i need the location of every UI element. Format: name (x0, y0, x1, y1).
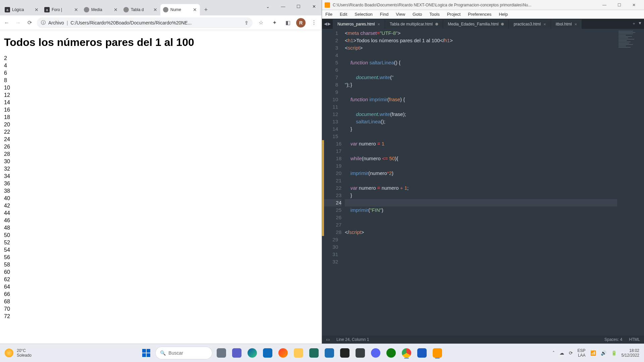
code-line[interactable] (345, 133, 617, 140)
code-line[interactable]: while(numero <= 50){ (345, 155, 617, 162)
start-button[interactable] (140, 347, 153, 359)
tab-close-icon[interactable]: ✕ (34, 7, 39, 12)
minimap[interactable] (617, 29, 644, 336)
explorer-icon[interactable] (292, 347, 305, 359)
reload-button[interactable]: ⟳ (25, 19, 34, 27)
dropdown-button[interactable]: ⌄ (260, 0, 275, 13)
code-line[interactable]: <h1>Todos los números pares del 1 al 100… (345, 37, 617, 44)
tab-close-icon[interactable]: × (377, 22, 380, 27)
menu-item-view[interactable]: View (396, 12, 405, 17)
menu-item-selection[interactable]: Selection (355, 12, 372, 17)
calculator-icon[interactable] (354, 347, 367, 359)
menu-item-file[interactable]: File (325, 12, 332, 17)
code-line[interactable] (345, 177, 617, 184)
code-line[interactable] (345, 103, 617, 111)
browser-tab[interactable]: aLógica✕ (2, 4, 42, 15)
code-line[interactable]: function saltarLinea() { (345, 59, 617, 66)
tray-chevron-icon[interactable]: ˄ (552, 350, 555, 356)
status-syntax[interactable]: HTML (629, 337, 640, 342)
code-area[interactable]: <meta charset="UTF-8"><h1>Todos los núme… (341, 29, 617, 336)
tab-add-icon[interactable]: ＋ (632, 21, 636, 26)
language-indicator[interactable]: ESPLAA (578, 348, 586, 358)
code-line[interactable]: document.write(frase); (345, 111, 617, 118)
menu-item-find[interactable]: Find (380, 12, 388, 17)
task-view-icon[interactable] (215, 347, 228, 359)
clock[interactable]: 18:025/12/2022 (622, 348, 639, 358)
code-line[interactable] (345, 199, 617, 206)
code-line[interactable] (345, 236, 617, 243)
sublime-taskbar-icon[interactable] (431, 347, 444, 359)
menu-item-edit[interactable]: Edit (340, 12, 347, 17)
editor-tab[interactable]: Numeros_pares.html× (333, 19, 385, 29)
maximize-button[interactable]: ☐ (291, 0, 306, 13)
extensions-button[interactable]: ✦ (269, 18, 279, 28)
editor-tab[interactable]: itbol.html× (551, 19, 582, 29)
tab-close-icon[interactable]: ✕ (193, 7, 197, 12)
tab-back-icon[interactable]: ◀ (324, 21, 327, 26)
tab-forward-icon[interactable]: ▶ (328, 21, 331, 26)
code-line[interactable] (345, 221, 617, 229)
editor-area[interactable]: 1234567891011121314151617181920212223242… (322, 29, 644, 336)
code-line[interactable] (345, 52, 617, 59)
tab-menu-icon[interactable]: ▼ (638, 21, 642, 26)
menu-item-goto[interactable]: Goto (413, 12, 422, 17)
browser-tab[interactable]: Tabla d✕ (121, 4, 160, 15)
word-icon[interactable] (416, 347, 428, 359)
firefox-icon[interactable] (277, 347, 289, 359)
sidebar-toggle-icon[interactable]: ▭ (326, 337, 330, 342)
tab-close-icon[interactable]: ✕ (74, 7, 78, 12)
code-line[interactable]: imprimir("FIN") (345, 206, 617, 214)
code-line[interactable] (345, 88, 617, 96)
discord-icon[interactable] (369, 347, 382, 359)
address-bar[interactable]: ⓘ Archivo | C:/Users/Ricardo%20Boado/Doc… (37, 17, 253, 28)
editor-tab[interactable]: practicas3.html× (509, 19, 551, 29)
profile-avatar[interactable]: R (296, 18, 306, 27)
tab-close-icon[interactable]: ✕ (153, 7, 158, 12)
weather-widget[interactable]: 20°C Soleado (5, 348, 32, 358)
onedrive-icon[interactable]: ☁ (559, 350, 564, 356)
code-line[interactable]: var numero = 1 (345, 140, 617, 147)
menu-item-project[interactable]: Project (447, 12, 461, 17)
code-line[interactable] (345, 243, 617, 251)
tab-close-icon[interactable]: ✕ (113, 7, 118, 12)
code-line[interactable] (345, 147, 617, 155)
new-tab-button[interactable]: + (201, 5, 211, 14)
close-button[interactable]: ✕ (627, 0, 641, 10)
code-line[interactable] (345, 162, 617, 170)
browser-tab[interactable]: aForo |✕ (42, 4, 81, 15)
taskbar-search[interactable]: 🔍 Buscar (155, 347, 212, 359)
code-line[interactable]: <script> (345, 44, 617, 52)
code-line[interactable] (345, 258, 617, 265)
menu-item-preferences[interactable]: Preferences (468, 12, 491, 17)
minimize-button[interactable]: — (597, 0, 612, 10)
code-line[interactable]: } (345, 125, 617, 133)
tab-close-icon[interactable]: × (543, 22, 546, 27)
code-line[interactable] (345, 66, 617, 74)
browser-tab[interactable]: Media✕ (81, 4, 121, 15)
code-line[interactable] (345, 214, 617, 221)
code-line[interactable]: document.write(""); (345, 74, 617, 81)
code-line[interactable]: } (345, 81, 617, 88)
notion-icon[interactable] (338, 347, 351, 359)
code-line[interactable]: imprimir(numero*2) (345, 170, 617, 177)
store-icon[interactable] (323, 347, 336, 359)
chrome-taskbar-icon[interactable] (400, 347, 413, 359)
updates-icon[interactable]: ⟳ (569, 350, 573, 356)
code-line[interactable] (345, 251, 617, 258)
forward-button[interactable]: → (14, 19, 22, 27)
minimize-button[interactable]: — (275, 0, 291, 13)
bookmark-button[interactable]: ☆ (256, 18, 266, 28)
share-icon[interactable]: ⇪ (245, 20, 249, 25)
code-line[interactable]: var numero = numero + 1; (345, 184, 617, 192)
menu-button[interactable]: ⋮ (309, 18, 319, 28)
sidepanel-button[interactable]: ◧ (283, 18, 293, 28)
code-line[interactable]: function imprimir(frase) { (345, 96, 617, 103)
code-line[interactable]: } (345, 192, 617, 199)
volume-icon[interactable]: 🔊 (601, 350, 606, 356)
close-button[interactable]: ✕ (306, 0, 322, 13)
menu-item-tools[interactable]: Tools (429, 12, 439, 17)
mail-icon[interactable] (261, 347, 274, 359)
maximize-button[interactable]: ☐ (612, 0, 627, 10)
browser-tab[interactable]: Nume✕ (160, 4, 200, 15)
teams-icon[interactable] (230, 347, 243, 359)
